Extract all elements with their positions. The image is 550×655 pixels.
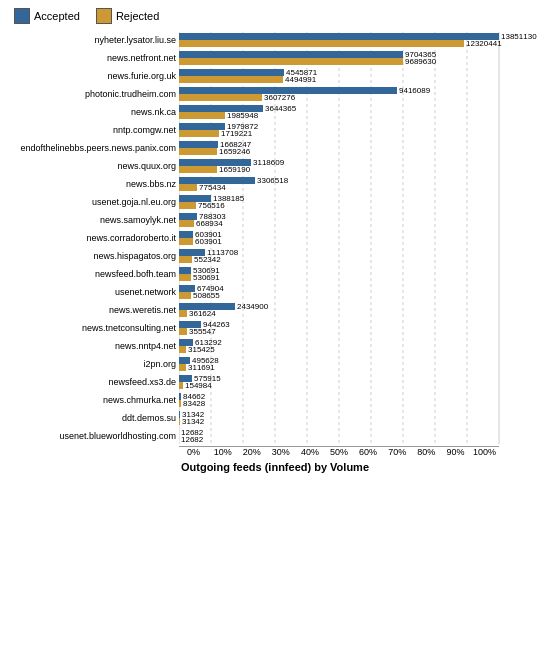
rejected-value: 355547 xyxy=(189,327,216,336)
table-row: news.hispagatos.org1113708552342 xyxy=(4,248,546,264)
x-axis-label: 100% xyxy=(470,447,499,457)
x-axis: 0%10%20%30%40%50%60%70%80%90%100% xyxy=(179,446,499,457)
x-axis-label: 60% xyxy=(354,447,383,457)
row-label: news.furie.org.uk xyxy=(4,71,179,81)
bar-pair: 19798721719221 xyxy=(179,123,258,137)
rejected-value: 3607276 xyxy=(264,93,295,102)
accepted-bar-line: 9704365 xyxy=(179,51,436,58)
rejected-bar-line: 361624 xyxy=(179,310,268,317)
table-row: news.netfront.net97043659689630 xyxy=(4,50,546,66)
table-row: i2pn.org495628311691 xyxy=(4,356,546,372)
bar-pair: 36443651985948 xyxy=(179,105,296,119)
rejected-value: 9689630 xyxy=(405,57,436,66)
accepted-bar xyxy=(179,51,403,58)
rejected-value: 668934 xyxy=(196,219,223,228)
chart-title: Outgoing feeds (innfeed) by Volume xyxy=(4,461,546,473)
x-axis-label: 50% xyxy=(324,447,353,457)
table-row: news.nntp4.net613292315425 xyxy=(4,338,546,354)
rejected-value: 4494991 xyxy=(285,75,316,84)
bar-pair: 8466283428 xyxy=(179,393,205,407)
rejected-bar-line: 355547 xyxy=(179,328,230,335)
row-label: nyheter.lysator.liu.se xyxy=(4,35,179,45)
rejected-bar-line: 1985948 xyxy=(179,112,296,119)
x-axis-label: 70% xyxy=(383,447,412,457)
bar-pair: 31186091659190 xyxy=(179,159,284,173)
rejected-value: 508655 xyxy=(193,291,220,300)
row-label: usenet.goja.nl.eu.org xyxy=(4,197,179,207)
row-label: news.hispagatos.org xyxy=(4,251,179,261)
legend-accepted: Accepted xyxy=(14,8,80,24)
table-row: news.nk.ca36443651985948 xyxy=(4,104,546,120)
x-axis-label: 90% xyxy=(441,447,470,457)
row-label: news.nntp4.net xyxy=(4,341,179,351)
rejected-bar-line: 603901 xyxy=(179,238,222,245)
rejected-value: 530691 xyxy=(193,273,220,282)
rejected-bar-line: 530691 xyxy=(179,274,220,281)
rejected-bar-line: 1659190 xyxy=(179,166,284,173)
rejected-bar xyxy=(179,130,219,137)
rejected-value: 31342 xyxy=(182,417,204,426)
rejected-bar xyxy=(179,400,181,407)
rejected-bar-line: 154984 xyxy=(179,382,221,389)
accepted-bar xyxy=(179,393,181,400)
legend-rejected: Rejected xyxy=(96,8,159,24)
bar-pair: 788303668934 xyxy=(179,213,226,227)
bar-pair: 944263355547 xyxy=(179,321,230,335)
bar-pair: 2434900361624 xyxy=(179,303,268,317)
table-row: usenet.network674904508655 xyxy=(4,284,546,300)
rejected-value: 1719221 xyxy=(221,129,252,138)
x-axis-label: 20% xyxy=(237,447,266,457)
accepted-bar xyxy=(179,213,197,220)
row-label: usenet.network xyxy=(4,287,179,297)
bar-pair: 94160893607276 xyxy=(179,87,430,101)
bar-pair: 674904508655 xyxy=(179,285,224,299)
row-label: usenet.blueworldhosting.com xyxy=(4,431,179,441)
row-label: ddt.demos.su xyxy=(4,413,179,423)
rejected-bar xyxy=(179,40,464,47)
rejected-bar xyxy=(179,292,191,299)
table-row: newsfeed.xs3.de575915154984 xyxy=(4,374,546,390)
rejected-bar xyxy=(179,166,217,173)
chart-container: Accepted Rejected nyheter.lysator.liu.se… xyxy=(0,0,550,503)
accepted-bar-line: 9416089 xyxy=(179,87,430,94)
table-row: news.corradoroberto.it603901603901 xyxy=(4,230,546,246)
rejected-value: 12320441 xyxy=(466,39,502,48)
legend-rejected-box xyxy=(96,8,112,24)
x-axis-label: 80% xyxy=(412,447,441,457)
table-row: nyheter.lysator.liu.se1385113012320441 xyxy=(4,32,546,48)
table-row: news.quux.org31186091659190 xyxy=(4,158,546,174)
row-label: news.nk.ca xyxy=(4,107,179,117)
row-label: news.weretis.net xyxy=(4,305,179,315)
legend-accepted-label: Accepted xyxy=(34,10,80,22)
accepted-bar xyxy=(179,267,191,274)
rejected-bar-line: 552342 xyxy=(179,256,238,263)
rejected-value: 154984 xyxy=(185,381,212,390)
row-label: i2pn.org xyxy=(4,359,179,369)
rejected-bar-line: 1659246 xyxy=(179,148,251,155)
row-label: news.corradoroberto.it xyxy=(4,233,179,243)
rejected-bar-line: 4494991 xyxy=(179,76,317,83)
accepted-bar xyxy=(179,141,218,148)
x-axis-label: 10% xyxy=(208,447,237,457)
row-label: news.tnetconsulting.net xyxy=(4,323,179,333)
rejected-bar xyxy=(179,364,186,371)
table-row: news.chmurka.net8466283428 xyxy=(4,392,546,408)
accepted-bar xyxy=(179,69,284,76)
bar-pair: 613292315425 xyxy=(179,339,222,353)
rejected-bar xyxy=(179,274,191,281)
bar-pair: 495628311691 xyxy=(179,357,219,371)
bar-pair: 1113708552342 xyxy=(179,249,238,263)
rejected-bar xyxy=(179,328,187,335)
rejected-bar xyxy=(179,202,196,209)
legend: Accepted Rejected xyxy=(14,8,546,24)
rejected-bar xyxy=(179,184,197,191)
bar-pair: 575915154984 xyxy=(179,375,221,389)
rejected-bar-line: 775434 xyxy=(179,184,288,191)
accepted-bar-line: 3306518 xyxy=(179,177,288,184)
rejected-bar xyxy=(179,148,217,155)
bar-pair: 603901603901 xyxy=(179,231,222,245)
rejected-value: 311691 xyxy=(188,363,215,372)
rejected-value: 1659190 xyxy=(219,165,250,174)
rejected-bar-line: 83428 xyxy=(179,400,205,407)
rejected-bar xyxy=(179,76,283,83)
